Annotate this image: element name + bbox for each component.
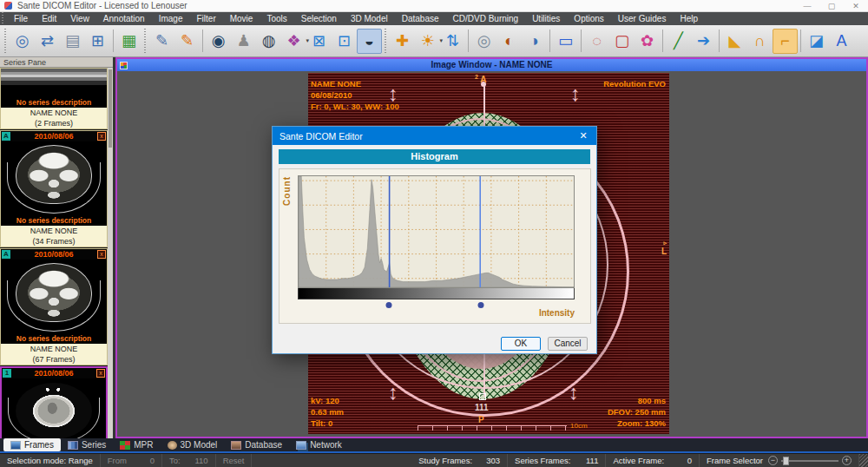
range-arrow-icon[interactable]: ↕ [569,382,579,403]
scrollbar-thumb[interactable] [108,69,112,148]
edit-metadata-button[interactable]: ▦ [116,29,141,54]
curve-tool-button[interactable]: ⌐ [773,29,798,54]
text-tool-button[interactable]: A [829,29,854,54]
menubar-drag-handle[interactable] [0,12,5,25]
frame-selector-slider[interactable]: −+ [768,456,852,465]
histogram-panel: Count Intensity [279,168,591,324]
menu-database[interactable]: Database [395,12,446,25]
full-screen-button[interactable]: ⊡ [332,29,357,54]
protractor-button[interactable]: ∩ [747,29,773,54]
ellipse-select-button[interactable]: ◌ [584,29,609,54]
copy-page-button[interactable]: ▤ [60,29,85,54]
menu-edit[interactable]: Edit [35,12,63,25]
minus-button[interactable]: − [768,456,778,465]
toolbar-drag-handle[interactable] [3,29,8,53]
export-frames-button[interactable]: ⊞ [85,29,110,54]
pan-hand-button[interactable]: ✚ [390,29,415,54]
patient-orientation-button[interactable]: ♟ [231,29,256,54]
menu-view[interactable]: View [63,12,96,25]
localizer-button[interactable]: ◍ [256,29,281,54]
rect-select-button[interactable]: ▭ [553,29,578,54]
series-item[interactable]: 12010/08/06xNo series description [0,366,108,438]
menu-filter[interactable]: Filter [189,12,222,25]
burn-patient-cd-icon: ✎ [181,31,194,50]
image-window-title: Image Window - NAME NONE [117,59,866,71]
dialog-close-icon[interactable]: ✕ [570,127,596,145]
zoom-button[interactable]: ◎ [471,29,496,54]
plus-button[interactable]: + [842,456,852,465]
view-mode-button[interactable]: ◉ [206,29,231,54]
line-measure-button[interactable]: ╱ [666,29,691,54]
orientation-right-marker: ▹ [663,240,667,247]
close-series-icon[interactable]: x [97,132,106,141]
maximize-button[interactable]: ▢ [819,0,844,12]
window-level-button[interactable]: ☀▾ [415,29,440,54]
anonymize-icon: ✎ [155,31,168,50]
scroll-frames-button[interactable]: ⇅ [440,29,465,54]
series-item[interactable]: A2010/08/06xNo series descriptionNAME NO… [0,130,108,247]
status-from[interactable]: From0 [101,454,162,467]
tab-mpr[interactable]: MPR [113,438,160,451]
toolbar-drag-handle[interactable] [384,29,388,53]
status-to[interactable]: To:110 [162,454,216,467]
menu-file[interactable]: File [7,12,35,25]
status-reset[interactable]: Reset [216,454,253,467]
dialog-titlebar[interactable]: Sante DICOM Editor ✕ [273,127,596,145]
toolbar-drag-handle[interactable] [143,29,148,53]
angle-tool-button[interactable]: ◣ [722,29,747,54]
tab-database[interactable]: Database [224,438,289,451]
menu-user-guides[interactable]: User Guides [611,12,674,25]
tab-frames[interactable]: Frames [3,438,61,451]
tab-series[interactable]: Series [61,438,113,451]
series-item[interactable]: No series descriptionNAME NONE(2 Frames) [0,68,108,129]
series-pane-scrollbar[interactable] [108,68,113,438]
menu-utilities[interactable]: Utilities [525,12,567,25]
close-series-icon[interactable]: x [96,369,105,378]
minimize-button[interactable]: — [795,0,819,12]
zoom-dynamic-button[interactable]: ◑ [522,29,547,54]
intensity-gradient-bar[interactable] [298,288,575,299]
head-view-button[interactable]: ◒ [357,29,382,54]
color-wheel-button[interactable]: ✿ [635,29,660,54]
range-arrow-icon[interactable]: ↕ [570,83,581,104]
sync-button[interactable]: ⇄ [35,29,60,54]
series-thumbnail[interactable] [1,260,107,334]
series-thumbnail[interactable] [1,69,107,98]
eraser-button[interactable]: ◪ [804,29,829,54]
slider-thumb[interactable] [783,457,789,465]
series-thumbnail[interactable] [1,141,107,216]
tab-network[interactable]: Network [289,438,349,451]
menu-cd-dvd-burning[interactable]: CD/DVD Burning [446,12,526,25]
slider-track[interactable] [781,460,838,462]
anonymize-button[interactable]: ✎ [149,29,174,54]
window-handle-dot[interactable] [386,302,392,308]
menu-annotation[interactable]: Annotation [96,12,152,25]
resize-grip[interactable] [859,454,868,467]
tab-3d-model[interactable]: 3D Model [161,438,225,451]
zoom-region-button[interactable]: ◐ [496,29,522,54]
series-date: 2010/08/06 [11,369,96,378]
arrow-annotation-button[interactable]: ➔ [691,29,716,54]
range-arrow-icon[interactable]: ↕ [388,382,398,403]
burn-patient-cd-button[interactable]: ✎ [174,29,200,54]
menu-image[interactable]: Image [152,12,190,25]
window-handle-dot[interactable] [477,302,483,308]
close-series-icon[interactable]: x [97,250,106,259]
image-window-titlebar[interactable]: Image Window - NAME NONE [117,59,866,71]
menu-selection[interactable]: Selection [294,12,344,25]
menu-help[interactable]: Help [673,12,705,25]
cancel-button[interactable]: Cancel [548,337,588,351]
menu-movie[interactable]: Movie [223,12,260,25]
dashed-rect-select-button[interactable]: ▢ [609,29,635,54]
menu-3d-model[interactable]: 3D Model [344,12,395,25]
series-thumbnail[interactable] [2,378,106,438]
open-preview-button[interactable]: ◎ [10,29,35,54]
menu-tools[interactable]: Tools [260,12,293,25]
series-item[interactable]: A2010/08/06xNo series descriptionNAME NO… [0,248,108,365]
localizer-handle-bottom[interactable] [479,393,486,400]
fit-to-window-button[interactable]: ⊠ [306,29,332,54]
close-button[interactable]: ✕ [844,0,868,12]
ok-button[interactable]: OK [501,337,541,351]
color-presets-button[interactable]: ❖▾ [281,29,306,54]
menu-options[interactable]: Options [567,12,610,25]
